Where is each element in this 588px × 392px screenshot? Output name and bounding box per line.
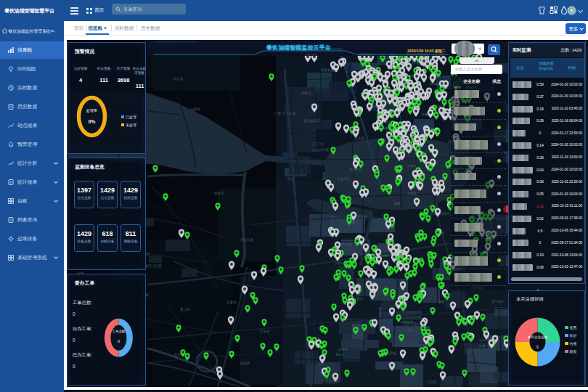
svg-text:新芳卫生院: 新芳卫生院 — [145, 264, 162, 269]
svg-text:面馆: 面馆 — [394, 202, 400, 205]
svg-text:川香居: 川香居 — [335, 261, 344, 265]
svg-text:快餐: 快餐 — [478, 344, 485, 348]
svg-text:宜兴饭店: 宜兴饭店 — [491, 300, 504, 303]
svg-text:食府: 食府 — [438, 300, 445, 303]
svg-text:氿南路: 氿南路 — [407, 192, 417, 195]
svg-text:中心: 中心 — [407, 328, 414, 332]
svg-text:老灶头: 老灶头 — [335, 353, 345, 356]
svg-text:川香居: 川香居 — [407, 164, 417, 168]
svg-text:兰右古区: 兰右古区 — [325, 380, 339, 384]
svg-text:工业区: 工业区 — [427, 380, 437, 384]
svg-text:沪宜高速: 沪宜高速 — [240, 238, 253, 242]
svg-text:九三门大: 九三门大 — [311, 142, 324, 146]
svg-text:广厦 世大生城: 广厦 世大生城 — [274, 111, 295, 116]
svg-text:宜兴市体育中心: 宜兴市体育中心 — [430, 212, 454, 216]
svg-text:快餐: 快餐 — [421, 113, 428, 116]
